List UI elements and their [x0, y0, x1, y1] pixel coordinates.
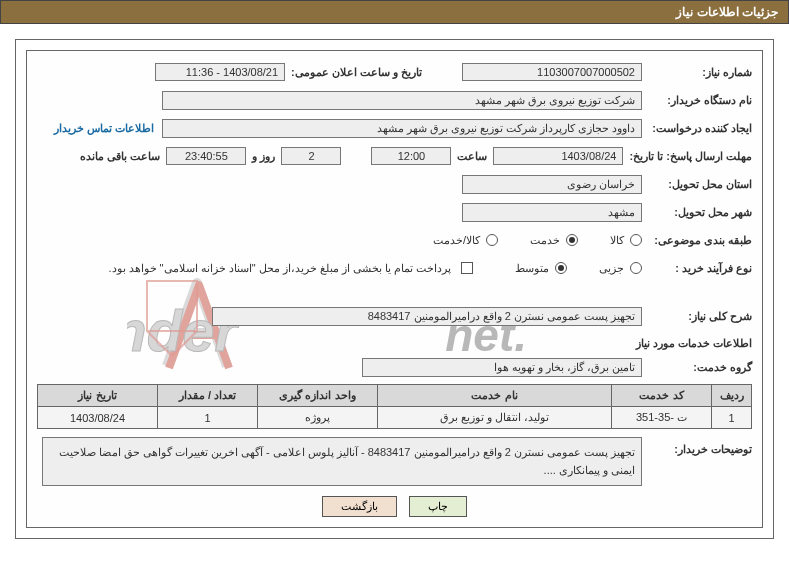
field-province: خراسان رضوی: [462, 175, 642, 194]
row-city: شهر محل تحویل: مشهد: [37, 201, 752, 223]
label-buy-partial: جزیی: [599, 262, 624, 275]
field-buyer-notes: تجهیز پست عمومی نسترن 2 واقع درامیرالموم…: [42, 437, 642, 486]
th-code: کد خدمت: [612, 385, 712, 407]
page-title-bar: جزئیات اطلاعات نیاز: [0, 0, 789, 24]
label-buyer-notes: توضیحات خریدار:: [642, 437, 752, 456]
field-deadline-date: 1403/08/24: [493, 147, 623, 165]
label-remaining: ساعت باقی مانده: [74, 150, 166, 163]
row-buyer-org: نام دستگاه خریدار: شرکت توزیع نیروی برق …: [37, 89, 752, 111]
field-days-left: 2: [281, 147, 341, 165]
page-title: جزئیات اطلاعات نیاز: [676, 5, 778, 19]
label-cat-goods: کالا: [610, 234, 624, 247]
table-header-row: ردیف کد خدمت نام خدمت واحد اندازه گیری ت…: [38, 385, 752, 407]
label-cat-service: خدمت: [530, 234, 560, 247]
content-area: شماره نیاز: 1103007007000502 تاریخ و ساع…: [37, 61, 752, 486]
label-buy-medium: متوسط: [515, 262, 549, 275]
th-name: نام خدمت: [378, 385, 612, 407]
radio-medium[interactable]: [555, 262, 567, 274]
inner-frame: riaTender .net شماره نیاز: 1103007007000…: [26, 50, 763, 528]
label-date-time: تاریخ و ساعت اعلان عمومی:: [285, 66, 422, 79]
section-services-info: اطلاعات خدمات مورد نیاز: [37, 337, 752, 350]
checkbox-treasury[interactable]: [461, 262, 473, 274]
label-service-group: گروه خدمت:: [642, 361, 752, 374]
radio-goods[interactable]: [630, 234, 642, 246]
row-buy-type: نوع فرآیند خرید : جزیی متوسط پرداخت تمام…: [37, 257, 752, 279]
table-row: 1 ت -35-351 تولید، انتقال و توزیع برق پر…: [38, 407, 752, 429]
services-table-wrap: ردیف کد خدمت نام خدمت واحد اندازه گیری ت…: [37, 384, 752, 429]
label-requester: ایجاد کننده درخواست:: [642, 122, 752, 135]
button-row: چاپ بازگشت: [37, 496, 752, 517]
field-need-no: 1103007007000502: [462, 63, 642, 81]
label-deadline: مهلت ارسال پاسخ: تا تاریخ:: [623, 150, 752, 163]
label-category: طبقه بندی موضوعی:: [642, 234, 752, 247]
label-need-desc: شرح کلی نیاز:: [642, 310, 752, 323]
outer-frame: riaTender .net شماره نیاز: 1103007007000…: [15, 39, 774, 539]
label-days-and: روز و: [246, 150, 281, 163]
td-name: تولید، انتقال و توزیع برق: [378, 407, 612, 429]
th-unit: واحد اندازه گیری: [258, 385, 378, 407]
label-province: استان محل تحویل:: [642, 178, 752, 191]
td-row: 1: [712, 407, 752, 429]
row-requester: ایجاد کننده درخواست: داوود حجازی کارپردا…: [37, 117, 752, 139]
row-need-desc: شرح کلی نیاز: تجهیز پست عمومی نسترن 2 وا…: [37, 305, 752, 327]
row-province: استان محل تحویل: خراسان رضوی: [37, 173, 752, 195]
td-qty: 1: [158, 407, 258, 429]
radio-service[interactable]: [566, 234, 578, 246]
th-qty: تعداد / مقدار: [158, 385, 258, 407]
row-need-no: شماره نیاز: 1103007007000502 تاریخ و ساع…: [37, 61, 752, 83]
field-service-group: تامین برق، گاز، بخار و تهویه هوا: [362, 358, 642, 377]
radio-goods-service[interactable]: [486, 234, 498, 246]
td-date: 1403/08/24: [38, 407, 158, 429]
services-table: ردیف کد خدمت نام خدمت واحد اندازه گیری ت…: [37, 384, 752, 429]
field-date-time: 1403/08/21 - 11:36: [155, 63, 285, 81]
row-buyer-notes: توضیحات خریدار: تجهیز پست عمومی نسترن 2 …: [37, 437, 752, 486]
row-deadline: مهلت ارسال پاسخ: تا تاریخ: 1403/08/24 سا…: [37, 145, 752, 167]
field-time-left: 23:40:55: [166, 147, 246, 165]
td-unit: پروژه: [258, 407, 378, 429]
label-buy-type: نوع فرآیند خرید :: [642, 262, 752, 275]
field-need-desc: تجهیز پست عمومی نسترن 2 واقع درامیرالموم…: [212, 307, 642, 326]
link-buyer-contact[interactable]: اطلاعات تماس خریدار: [54, 122, 154, 135]
field-buyer-org: شرکت توزیع نیروی برق شهر مشهد: [162, 91, 642, 110]
th-date: تاریخ نیاز: [38, 385, 158, 407]
row-service-group: گروه خدمت: تامین برق، گاز، بخار و تهویه …: [37, 356, 752, 378]
field-city: مشهد: [462, 203, 642, 222]
field-requester: داوود حجازی کارپرداز شرکت توزیع نیروی بر…: [162, 119, 642, 138]
label-cat-goods-service: کالا/خدمت: [433, 234, 480, 247]
label-treasury: پرداخت تمام یا بخشی از مبلغ خرید،از محل …: [108, 262, 455, 275]
label-need-no: شماره نیاز:: [642, 66, 752, 79]
label-city: شهر محل تحویل:: [642, 206, 752, 219]
label-hour: ساعت: [451, 150, 493, 163]
label-buyer-org: نام دستگاه خریدار:: [642, 94, 752, 107]
print-button[interactable]: چاپ: [409, 496, 467, 517]
field-deadline-time: 12:00: [371, 147, 451, 165]
row-category: طبقه بندی موضوعی: کالا خدمت کالا/خدمت: [37, 229, 752, 251]
radio-partial[interactable]: [630, 262, 642, 274]
td-code: ت -35-351: [612, 407, 712, 429]
th-row: ردیف: [712, 385, 752, 407]
back-button[interactable]: بازگشت: [322, 496, 397, 517]
